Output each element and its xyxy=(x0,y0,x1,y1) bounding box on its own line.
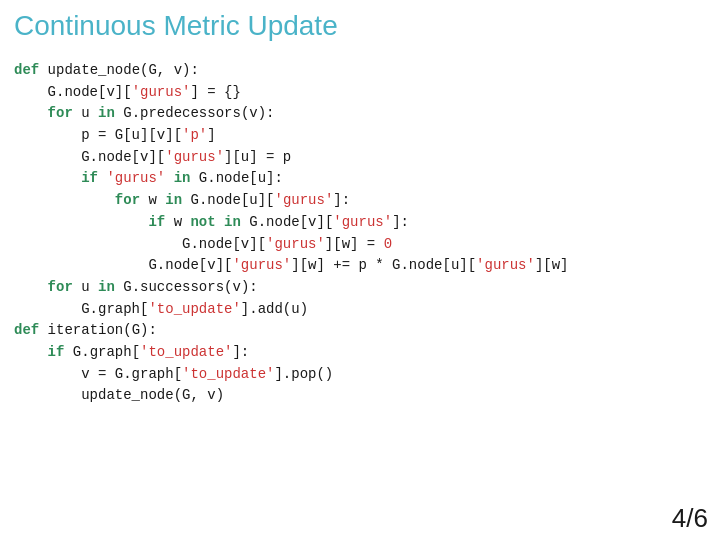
code-line: update_node(G, v) xyxy=(14,385,712,407)
code-line: for u in G.predecessors(v): xyxy=(14,103,712,125)
code-line: G.node[v]['gurus'][u] = p xyxy=(14,147,712,169)
code-line: def update_node(G, v): xyxy=(14,60,712,82)
code-line: for u in G.successors(v): xyxy=(14,277,712,299)
code-line: G.node[v]['gurus'][w] = 0 xyxy=(14,234,712,256)
code-line: v = G.graph['to_update'].pop() xyxy=(14,364,712,386)
code-line: G.node[v]['gurus'][w] += p * G.node[u]['… xyxy=(14,255,712,277)
code-line: if G.graph['to_update']: xyxy=(14,342,712,364)
code-line: def iteration(G): xyxy=(14,320,712,342)
code-line: G.graph['to_update'].add(u) xyxy=(14,299,712,321)
page-number: 4/6 xyxy=(672,503,708,534)
code-block: def update_node(G, v): G.node[v]['gurus'… xyxy=(0,42,726,407)
code-line: if 'gurus' in G.node[u]: xyxy=(14,168,712,190)
code-line: if w not in G.node[v]['gurus']: xyxy=(14,212,712,234)
code-line: for w in G.node[u]['gurus']: xyxy=(14,190,712,212)
code-line: p = G[u][v]['p'] xyxy=(14,125,712,147)
page-title: Continuous Metric Update xyxy=(0,0,726,42)
code-line: G.node[v]['gurus'] = {} xyxy=(14,82,712,104)
